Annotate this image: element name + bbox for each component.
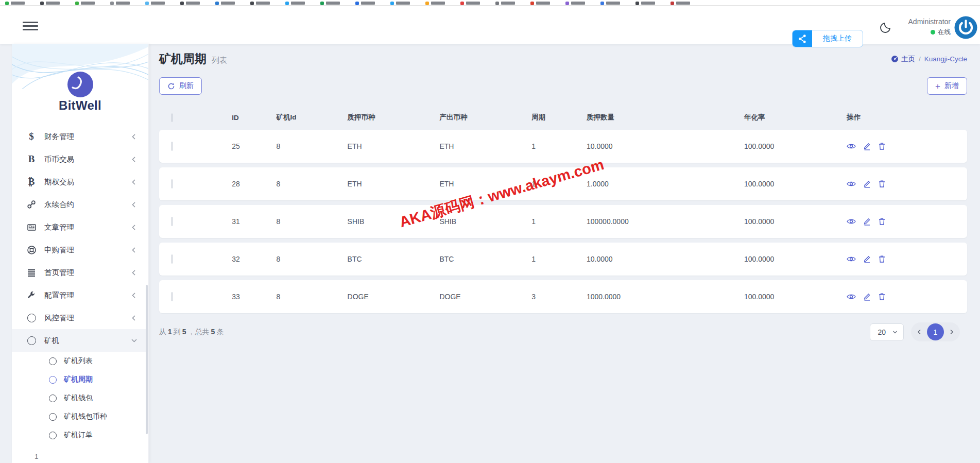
next-page-button[interactable] [944, 329, 959, 335]
bookmark-item[interactable] [495, 2, 515, 5]
bookmark-item[interactable] [355, 2, 375, 5]
bookmark-item[interactable] [635, 2, 655, 5]
sidebar-footer-text: 1 [35, 453, 148, 460]
row-checkbox[interactable] [171, 179, 173, 188]
bookmark-label-placeholder [186, 2, 200, 5]
bookmark-item[interactable] [460, 2, 480, 5]
col-header-actions: 操作 [847, 113, 967, 122]
sidebar-item-miner-cycle[interactable]: 矿机周期 [12, 370, 148, 389]
chevron-left-icon [130, 224, 138, 231]
select-all-checkbox[interactable] [171, 113, 173, 122]
sidebar-item-finance[interactable]: $ 财务管理 [12, 125, 148, 148]
favicon [600, 2, 604, 5]
col-header-cycle: 周期 [531, 113, 587, 122]
sidebar-item-spot-trade[interactable]: B 币币交易 [12, 148, 148, 170]
pagination: 20 1 [870, 322, 960, 341]
col-header-apr: 年化率 [744, 113, 847, 122]
life-ring-icon [25, 245, 38, 255]
edit-icon[interactable] [863, 255, 871, 263]
favicon [75, 2, 79, 5]
edit-icon[interactable] [863, 217, 871, 226]
bookmark-item[interactable] [320, 2, 340, 5]
sidebar-item-articles[interactable]: 文章管理 [12, 216, 148, 238]
page-title: 矿机周期 列表 [159, 51, 227, 67]
row-checkbox[interactable] [171, 292, 173, 301]
breadcrumb-home[interactable]: 主页 [891, 55, 915, 64]
bookmark-label-placeholder [81, 2, 95, 5]
sidebar-item-miner-wallet[interactable]: 矿机钱包 [12, 389, 148, 407]
view-icon[interactable] [847, 255, 856, 263]
bookmark-label-placeholder [221, 2, 235, 5]
bookmark-item[interactable] [75, 2, 95, 5]
bookmark-item[interactable] [110, 2, 130, 5]
ring-icon [49, 395, 57, 402]
sidebar-scrollbar[interactable] [146, 285, 148, 434]
miner-submenu: 矿机列表 矿机周期 矿机钱包 矿机钱包币种 矿机订单 [12, 352, 148, 444]
bookmark-item[interactable] [670, 2, 690, 5]
chevron-down-icon [130, 337, 138, 345]
bookmark-item[interactable] [5, 2, 25, 5]
sidebar-item-options-trade[interactable]: ₿ 期权交易 [12, 170, 148, 193]
favicon [635, 2, 639, 5]
view-icon[interactable] [847, 293, 856, 300]
chevron-left-icon [130, 201, 138, 209]
breadcrumb-current: Kuangji-Cycle [924, 55, 967, 63]
sidebar-item-perpetual[interactable]: 永续合约 [12, 193, 148, 216]
view-icon[interactable] [847, 218, 856, 225]
edit-icon[interactable] [863, 142, 871, 150]
letter-b-icon: B [25, 153, 38, 165]
current-page-button[interactable]: 1 [927, 323, 944, 340]
bookmark-label-placeholder [291, 2, 305, 5]
bookmark-item[interactable] [565, 2, 585, 5]
delete-icon[interactable] [878, 142, 886, 150]
menu-toggle-icon[interactable] [23, 22, 38, 32]
sidebar-item-risk[interactable]: 风控管理 [12, 306, 148, 329]
user-info[interactable]: Administrator 在线 [908, 18, 951, 37]
bookmark-label-placeholder [151, 2, 165, 5]
bookmark-item[interactable] [285, 2, 305, 5]
sidebar-item-miner-order[interactable]: 矿机订单 [12, 426, 148, 444]
sidebar-item-homepage[interactable]: 首页管理 [12, 261, 148, 284]
delete-icon[interactable] [878, 180, 886, 188]
favicon [530, 2, 534, 5]
bookmark-item[interactable] [390, 2, 410, 5]
bookmark-label-placeholder [676, 2, 690, 5]
row-checkbox[interactable] [171, 142, 173, 151]
view-icon[interactable] [847, 180, 856, 187]
bookmark-item[interactable] [180, 2, 200, 5]
bookmark-item[interactable] [600, 2, 620, 5]
add-button[interactable]: + 新增 [927, 77, 967, 95]
delete-icon[interactable] [878, 293, 886, 301]
favicon [495, 2, 499, 5]
sidebar-item-miner-list[interactable]: 矿机列表 [12, 352, 148, 370]
refresh-button[interactable]: 刷新 [159, 77, 202, 95]
page-size-select[interactable]: 20 [870, 323, 904, 341]
delete-icon[interactable] [878, 255, 886, 263]
avatar[interactable] [954, 15, 978, 40]
sidebar-item-config[interactable]: 配置管理 [12, 284, 148, 306]
bookmark-item[interactable] [425, 2, 445, 5]
sidebar-item-subscription[interactable]: 申购管理 [12, 238, 148, 261]
dollar-icon: $ [25, 131, 38, 142]
bookmark-item[interactable] [215, 2, 235, 5]
page-subtitle: 列表 [212, 56, 227, 65]
row-checkbox[interactable] [171, 217, 173, 226]
dark-mode-toggle[interactable] [879, 21, 892, 34]
bookmark-item[interactable] [250, 2, 270, 5]
bookmarks-bar[interactable] [0, 0, 980, 6]
view-icon[interactable] [847, 143, 856, 150]
bookmark-item[interactable] [40, 2, 60, 5]
bookmark-item[interactable] [530, 2, 550, 5]
sidebar-item-miner-wallet-coin[interactable]: 矿机钱包币种 [12, 407, 148, 426]
table-header-row: ID 矿机Id 质押币种 产出币种 周期 质押数量 年化率 操作 [159, 105, 967, 130]
row-checkbox[interactable] [171, 254, 173, 264]
bookmark-item[interactable] [145, 2, 165, 5]
bookmark-label-placeholder [571, 2, 585, 5]
sidebar-item-miner[interactable]: 矿机 [12, 329, 148, 352]
edit-icon[interactable] [863, 180, 871, 188]
delete-icon[interactable] [878, 217, 886, 226]
edit-icon[interactable] [863, 293, 871, 301]
prev-page-button[interactable] [912, 329, 927, 335]
bookmark-label-placeholder [536, 2, 550, 5]
main-content: 矿机周期 列表 主页 / Kuangji-Cycle 刷新 + 新增 ID 矿机… [149, 44, 980, 463]
